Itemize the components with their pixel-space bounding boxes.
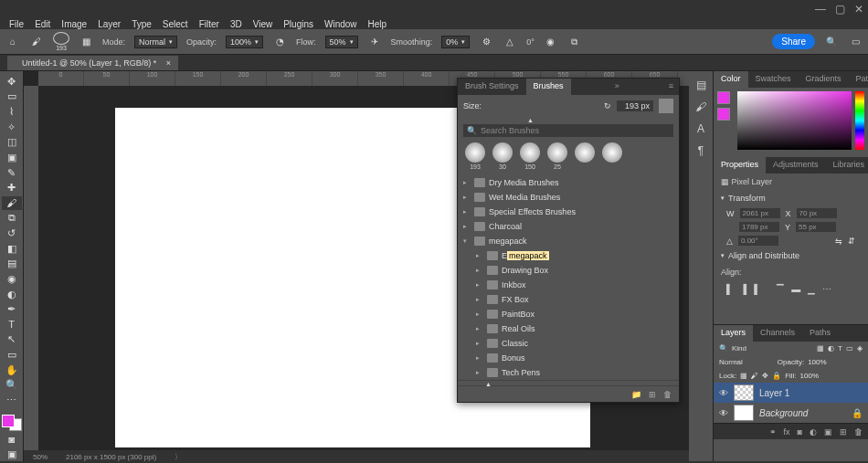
blend-mode-select[interactable]: Normal bbox=[134, 36, 177, 48]
layer-name[interactable]: Background bbox=[759, 408, 808, 418]
brush-preset[interactable] bbox=[573, 142, 597, 170]
align-header[interactable]: Align and Distribute bbox=[714, 247, 868, 264]
stamp-tool[interactable]: ⧉ bbox=[2, 212, 22, 226]
share-button[interactable]: Share bbox=[772, 34, 815, 49]
symmetry-icon[interactable]: ⧉ bbox=[567, 35, 582, 49]
visibility-icon[interactable]: 👁 bbox=[719, 408, 728, 418]
filter-type-icon[interactable]: T bbox=[838, 344, 842, 353]
maximize-icon[interactable]: ▢ bbox=[835, 3, 845, 16]
zoom-tool[interactable]: 🔍 bbox=[2, 379, 22, 393]
tool-preset-icon[interactable]: 🖌 bbox=[29, 35, 44, 49]
tab-paths[interactable]: Paths bbox=[802, 325, 838, 342]
path-tool[interactable]: ↖ bbox=[2, 333, 22, 347]
panel-menu-icon[interactable]: ≡ bbox=[663, 79, 679, 95]
home-icon[interactable]: ⌂ bbox=[5, 35, 20, 49]
menu-file[interactable]: File bbox=[9, 19, 24, 29]
wand-tool[interactable]: ✧ bbox=[2, 121, 22, 134]
menu-window[interactable]: Window bbox=[324, 19, 357, 29]
close-icon[interactable]: ✕ bbox=[854, 3, 863, 16]
brush-folder[interactable]: ▸Inkbox bbox=[458, 278, 679, 292]
picker-fg-swatch[interactable] bbox=[717, 91, 730, 104]
crop-tool[interactable]: ◫ bbox=[2, 136, 22, 150]
lasso-tool[interactable]: ⌇ bbox=[2, 105, 22, 119]
brush-preset[interactable] bbox=[600, 142, 624, 170]
layer-filter-select[interactable]: Kind bbox=[732, 344, 813, 353]
layer-item[interactable]: 👁Layer 1 bbox=[714, 383, 868, 403]
align-vcenter-icon[interactable]: ▬ bbox=[791, 284, 800, 294]
fx-icon[interactable]: fx bbox=[784, 427, 790, 437]
shape-tool[interactable]: ▭ bbox=[2, 348, 22, 362]
char-panel-icon[interactable]: A bbox=[693, 121, 709, 137]
menu-type[interactable]: Type bbox=[132, 19, 152, 29]
menu-image[interactable]: Image bbox=[61, 19, 87, 29]
height-input[interactable] bbox=[739, 222, 779, 232]
menu-select[interactable]: Select bbox=[163, 19, 188, 29]
minimize-icon[interactable]: — bbox=[815, 3, 826, 16]
airbrush-icon[interactable]: ✈ bbox=[367, 35, 382, 49]
layer-blend-select[interactable]: Normal bbox=[719, 358, 774, 366]
search-icon[interactable]: 🔍 bbox=[824, 35, 839, 49]
trash-icon[interactable]: 🗑 bbox=[854, 427, 863, 437]
brush-folder[interactable]: ▸Special Effects Brushes bbox=[458, 205, 679, 219]
blur-tool[interactable]: ◉ bbox=[2, 272, 22, 286]
x-input[interactable] bbox=[797, 208, 837, 218]
brush-panel-toggle-icon[interactable]: ▦ bbox=[79, 35, 93, 49]
brush-preset[interactable]: 30 bbox=[491, 142, 514, 170]
tab-gradients[interactable]: Gradients bbox=[799, 71, 849, 88]
tab-swatches[interactable]: Swatches bbox=[748, 71, 799, 88]
brush-preset[interactable]: 193 bbox=[463, 142, 487, 170]
flip-icon[interactable]: ↻ bbox=[604, 101, 611, 110]
brush-preset[interactable]: 150 bbox=[518, 142, 542, 170]
tab-channels[interactable]: Channels bbox=[753, 325, 802, 342]
hue-slider[interactable] bbox=[855, 91, 864, 150]
tab-brush-settings[interactable]: Brush Settings bbox=[458, 79, 526, 95]
healing-tool[interactable]: ✚ bbox=[2, 181, 22, 195]
menu-edit[interactable]: Edit bbox=[35, 19, 50, 29]
distribute-icon[interactable]: ⋯ bbox=[822, 284, 831, 294]
menu-filter[interactable]: Filter bbox=[199, 19, 219, 29]
fg-swatch[interactable] bbox=[2, 415, 15, 427]
width-input[interactable] bbox=[740, 208, 780, 218]
tab-layers[interactable]: Layers bbox=[714, 325, 753, 342]
filter-smart-icon[interactable]: ◈ bbox=[857, 344, 863, 353]
tab-adjustments[interactable]: Adjustments bbox=[766, 157, 826, 174]
layer-item[interactable]: 👁Background🔒 bbox=[714, 403, 868, 423]
search-brushes-input[interactable]: 🔍 Search Brushes bbox=[463, 124, 673, 137]
mask-icon[interactable]: ◙ bbox=[798, 427, 802, 437]
eyedropper-tool[interactable]: ✎ bbox=[2, 166, 22, 180]
align-right-icon[interactable]: ▌ bbox=[754, 284, 760, 294]
quickmask-tool[interactable]: ◙ bbox=[2, 433, 22, 447]
brush-preset[interactable]: 25 bbox=[545, 142, 569, 170]
layer-fill-select[interactable]: 100% bbox=[800, 372, 863, 380]
brush-folder[interactable]: ▸Drawing Box bbox=[458, 263, 679, 278]
menu-help[interactable]: Help bbox=[368, 19, 387, 29]
screenmode-tool[interactable]: ▣ bbox=[2, 447, 22, 461]
y-input[interactable] bbox=[796, 222, 836, 232]
layer-name[interactable]: Layer 1 bbox=[759, 388, 789, 398]
flip-h-icon[interactable]: ⇋ bbox=[835, 237, 842, 246]
filter-pixel-icon[interactable]: ▦ bbox=[817, 344, 824, 353]
menu-layer[interactable]: Layer bbox=[98, 19, 121, 29]
pen-tool[interactable]: ✒ bbox=[2, 302, 22, 316]
move-tool[interactable]: ✥ bbox=[2, 75, 22, 89]
color-swatches[interactable] bbox=[2, 415, 22, 431]
zoom-readout[interactable]: 50% bbox=[33, 453, 48, 461]
brush-folder[interactable]: ▸PaintBox bbox=[458, 307, 679, 321]
brush-folder[interactable]: ▸Tech Pens bbox=[458, 365, 679, 380]
tab-color[interactable]: Color bbox=[714, 71, 748, 88]
menu-view[interactable]: View bbox=[253, 19, 273, 29]
dodge-tool[interactable]: ◐ bbox=[2, 288, 22, 301]
brush-folder[interactable]: ▸Wet Media Brushes bbox=[458, 190, 679, 205]
color-picker[interactable] bbox=[737, 91, 852, 150]
layer-opacity-select[interactable]: 100% bbox=[808, 358, 863, 366]
layer-thumb[interactable] bbox=[734, 384, 754, 401]
layer-thumb[interactable] bbox=[734, 405, 754, 421]
tab-properties[interactable]: Properties bbox=[714, 157, 766, 174]
align-bottom-icon[interactable]: ▁ bbox=[808, 284, 815, 294]
filter-adj-icon[interactable]: ◐ bbox=[828, 344, 834, 353]
filter-shape-icon[interactable]: ▭ bbox=[846, 344, 853, 353]
smoothing-options-icon[interactable]: ⚙ bbox=[479, 35, 493, 49]
tab-patterns[interactable]: Patterns bbox=[849, 71, 868, 88]
brush-folder[interactable]: ▸Bonus bbox=[458, 351, 679, 365]
visibility-icon[interactable]: 👁 bbox=[719, 388, 728, 398]
